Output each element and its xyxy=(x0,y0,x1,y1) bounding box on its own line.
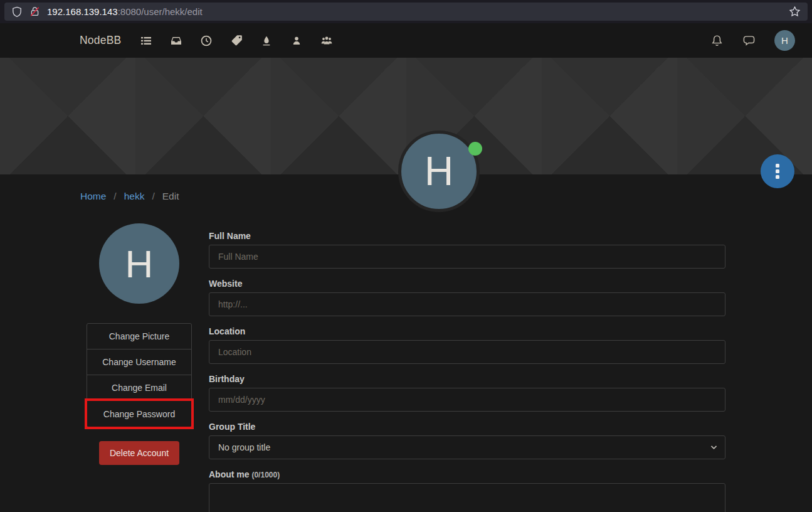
about-me-textarea[interactable] xyxy=(209,483,725,512)
bookmark-star-icon[interactable] xyxy=(789,6,801,18)
birthday-input[interactable] xyxy=(209,388,725,412)
breadcrumb: Home / hekk / Edit xyxy=(80,191,179,202)
account-actions-list: Change Picture Change Username Change Em… xyxy=(87,323,192,427)
online-status-dot xyxy=(468,142,482,156)
about-me-label-text: About me xyxy=(209,469,250,479)
nodebb-edit-profile-page: 192.168.139.143:8080/user/hekk/edit Node… xyxy=(0,0,812,512)
profile-actions-fab[interactable] xyxy=(761,154,794,188)
edit-profile-form: Full Name Website Location Birthday Grou… xyxy=(209,231,725,512)
group-title-group: Group Title No group title xyxy=(209,422,725,459)
kebab-icon xyxy=(776,169,779,173)
address-bar[interactable]: 192.168.139.143:8080/user/hekk/edit xyxy=(4,3,808,21)
browser-url-bar: 192.168.139.143:8080/user/hekk/edit xyxy=(0,0,812,23)
group-title-select-wrap: No group title xyxy=(209,435,725,459)
navbar-avatar[interactable]: H xyxy=(774,30,795,51)
brand-logo[interactable]: NodeBB xyxy=(80,34,121,47)
location-input[interactable] xyxy=(209,340,725,364)
birthday-label: Birthday xyxy=(209,374,725,384)
url-host: 192.168.139.143 xyxy=(47,6,118,17)
unread-icon[interactable] xyxy=(170,35,182,47)
change-username-button[interactable]: Change Username xyxy=(87,349,191,375)
navbar-right-group: H xyxy=(710,30,795,51)
location-group: Location xyxy=(209,326,725,364)
full-name-label: Full Name xyxy=(209,231,725,241)
breadcrumb-current: Edit xyxy=(162,191,179,202)
edit-sidebar: H Change Picture Change Username Change … xyxy=(87,223,192,465)
delete-account-button[interactable]: Delete Account xyxy=(99,441,179,465)
breadcrumb-separator: / xyxy=(152,191,154,202)
top-navbar: NodeBB xyxy=(0,23,812,58)
kebab-icon xyxy=(776,164,779,168)
nav-icon-group xyxy=(140,35,333,47)
notifications-icon[interactable] xyxy=(710,35,723,47)
categories-icon[interactable] xyxy=(140,35,152,47)
group-title-select[interactable]: No group title xyxy=(209,435,725,459)
breadcrumb-home-link[interactable]: Home xyxy=(80,191,106,202)
birthday-group: Birthday xyxy=(209,374,725,412)
recent-icon[interactable] xyxy=(200,35,213,47)
website-label: Website xyxy=(209,279,725,289)
about-me-counter: (0/1000) xyxy=(251,471,280,479)
sidebar-avatar[interactable]: H xyxy=(99,223,179,304)
location-label: Location xyxy=(209,326,725,336)
change-picture-button[interactable]: Change Picture xyxy=(87,324,191,349)
full-name-input[interactable] xyxy=(209,245,725,269)
tags-icon[interactable] xyxy=(230,35,243,47)
profile-avatar[interactable]: H xyxy=(398,131,480,212)
about-me-group: About me (0/1000) xyxy=(209,469,725,512)
lock-insecure-icon[interactable] xyxy=(29,6,40,17)
url-text[interactable]: 192.168.139.143:8080/user/hekk/edit xyxy=(47,6,203,17)
users-icon[interactable] xyxy=(290,35,303,47)
breadcrumb-user-link[interactable]: hekk xyxy=(124,191,145,202)
shield-icon[interactable] xyxy=(11,6,23,18)
popular-icon[interactable] xyxy=(260,35,273,47)
kebab-icon xyxy=(776,175,779,179)
about-me-label: About me (0/1000) xyxy=(209,469,725,479)
chat-icon[interactable] xyxy=(742,35,755,47)
change-email-button[interactable]: Change Email xyxy=(87,375,191,401)
full-name-group: Full Name xyxy=(209,231,725,269)
groups-icon[interactable] xyxy=(320,35,333,47)
group-title-label: Group Title xyxy=(209,422,725,432)
delete-account-wrap: Delete Account xyxy=(87,441,192,465)
website-group: Website xyxy=(209,279,725,316)
change-password-button[interactable]: Change Password xyxy=(87,401,191,427)
breadcrumb-separator: / xyxy=(113,191,116,202)
website-input[interactable] xyxy=(209,292,725,316)
url-path: :8080/user/hekk/edit xyxy=(118,6,203,17)
